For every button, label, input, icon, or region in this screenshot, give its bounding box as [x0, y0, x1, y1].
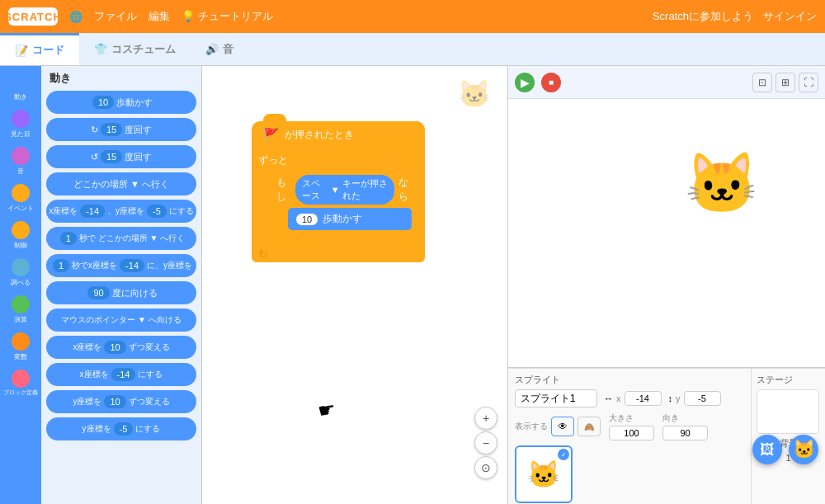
sidebar-item-sound[interactable]: 音	[2, 144, 40, 179]
stop-button[interactable]: ■	[541, 73, 561, 92]
motion-dot	[12, 73, 30, 91]
key-condition[interactable]: スペース ▼ キーが押された	[295, 175, 394, 205]
fullscreen-icon: ⛶	[804, 77, 813, 88]
block-glide-xy[interactable]: 1 秒でx座標を -14 に、y座標を	[46, 254, 196, 277]
eye-closed-icon: 🙈	[584, 422, 594, 431]
sprite-x-coord: ↔ x	[604, 391, 662, 406]
visibility-buttons: 表示する 👁 🙈	[515, 417, 601, 436]
signin-button[interactable]: サインイン	[763, 9, 817, 24]
tab-sound[interactable]: 🔊 音	[191, 33, 248, 65]
fullscreen-button[interactable]: ⛶	[799, 73, 818, 92]
sidebar-item-control[interactable]: 制御	[2, 218, 40, 253]
sprite-y-input[interactable]	[684, 391, 721, 406]
sidebar-item-myblocks[interactable]: ブロック定義	[2, 366, 40, 399]
show-sprite-button[interactable]: 👁	[551, 417, 574, 436]
stop-icon: ■	[549, 78, 554, 87]
edit-menu[interactable]: 編集	[148, 9, 170, 24]
x-arrows-icon: ↔	[604, 393, 613, 403]
stage-canvas: 🐱	[508, 99, 825, 368]
block-change-y[interactable]: y座標を 10 ずつ変える	[46, 390, 196, 413]
sprite-x-input[interactable]	[625, 391, 662, 406]
sprite-panel-title: スプライト	[515, 374, 744, 386]
sound-icon: 🔊	[205, 43, 219, 55]
green-flag-icon: 🚩	[263, 127, 280, 143]
code-icon: 📝	[15, 45, 28, 57]
variables-dot	[12, 332, 30, 351]
sidebar-item-events[interactable]: イベント	[2, 181, 40, 216]
category-sidebar: 動き 見た目 音 イベント 制御 調べる 演算 変数	[0, 66, 41, 504]
script-blocks: 🚩 が押されたとき ずっと もし スペース ▼ キーが押された	[252, 111, 425, 262]
block-set-y[interactable]: y座標を -5 にする	[46, 417, 196, 440]
tutorial-menu[interactable]: 💡 チュートリアル	[182, 9, 273, 24]
stage-thumbnail-preview[interactable]	[757, 389, 819, 434]
normal-stage-icon: ⊞	[781, 77, 790, 88]
nav-right: Scratchに参加しよう サインイン	[653, 9, 817, 24]
normal-stage-button[interactable]: ⊞	[776, 73, 795, 92]
loop-block-forever[interactable]: ずっと もし スペース ▼ キーが押された なら	[252, 148, 425, 244]
move-block-inner[interactable]: 10 歩動かす	[288, 208, 412, 230]
sprite-card-cat[interactable]: 🐱 ✓	[515, 445, 573, 503]
sensing-dot	[12, 258, 30, 276]
file-menu[interactable]: ファイル	[94, 9, 137, 24]
sprite-name-input[interactable]	[515, 389, 597, 407]
add-stage-button[interactable]: 🖼	[752, 435, 782, 464]
block-turn-right[interactable]: ↻ 15 度回す	[46, 118, 196, 141]
script-area[interactable]: 🐱 🚩 が押されたとき ずっと もし スペース	[202, 66, 507, 504]
loop-inner: もし スペース ▼ キーが押された なら 10 歩動かす	[271, 171, 418, 236]
costume-icon: 👕	[94, 43, 107, 55]
operators-dot	[12, 295, 30, 313]
y-arrows-icon: ↕	[668, 393, 673, 403]
block-turn-left[interactable]: ↺ 15 度回す	[46, 145, 196, 168]
hide-sprite-button[interactable]: 🙈	[578, 417, 601, 436]
block-face-toward[interactable]: マウスのポインター ▼ へ向ける	[46, 309, 196, 332]
myblocks-dot	[12, 370, 30, 388]
globe-menu[interactable]: 🌐	[69, 11, 82, 23]
sprite-selected-indicator: ✓	[558, 449, 569, 460]
sprite-thumbnail: 🐱	[527, 459, 560, 490]
small-stage-button[interactable]: ⊡	[752, 73, 772, 92]
zoom-reset-button[interactable]: ⊙	[474, 456, 497, 479]
green-flag-button[interactable]: ▶	[515, 73, 535, 92]
looks-dot	[12, 110, 30, 128]
block-set-xy[interactable]: x座標を -14 、y座標を -5 にする	[46, 200, 196, 223]
stage-resize-buttons: ⊡ ⊞ ⛶	[752, 73, 818, 92]
control-dot	[12, 221, 30, 239]
size-input[interactable]	[609, 426, 654, 440]
sprite-list: スプライト ↔ x ↕ y 表示する	[508, 369, 751, 504]
block-set-direction[interactable]: 90 度に向ける	[46, 281, 196, 304]
block-glide-goto[interactable]: 1 秒で どこかの場所 ▼ へ行く	[46, 227, 196, 250]
zoom-out-button[interactable]: −	[474, 431, 497, 455]
stage-cat-sprite: 🐱	[685, 148, 759, 219]
zoom-in-button[interactable]: +	[474, 407, 497, 430]
tab-costume[interactable]: 👕 コスチューム	[79, 33, 191, 65]
zoom-reset-icon: ⊙	[481, 461, 491, 474]
sprite-card-container: 🐱 ✓ スプライト1	[515, 445, 573, 504]
block-goto[interactable]: どこかの場所 ▼ へ行く	[46, 172, 196, 195]
sidebar-item-looks[interactable]: 見た目	[2, 106, 40, 142]
sound-dot	[12, 147, 30, 165]
join-button[interactable]: Scratchに参加しよう	[653, 9, 753, 24]
stage-panel-title: ステージ	[757, 374, 820, 386]
sidebar-item-sensing[interactable]: 調べる	[2, 255, 40, 290]
if-block[interactable]: もし スペース ▼ キーが押された なら 10 歩動かす	[271, 171, 418, 236]
block-move-steps[interactable]: 10 歩動かす	[46, 91, 196, 114]
scratch-logo[interactable]: SCRATCH	[8, 7, 58, 26]
sidebar-item-variables[interactable]: 変数	[2, 329, 40, 365]
tab-code[interactable]: 📝 コード	[0, 33, 79, 65]
sidebar-item-motion[interactable]: 動き	[2, 69, 40, 105]
block-change-x[interactable]: x座標を 10 ずつ変える	[46, 336, 196, 359]
size-prop: 大きさ	[609, 412, 654, 440]
hat-block-green-flag[interactable]: 🚩 が押されたとき	[252, 121, 425, 148]
add-sprite-button[interactable]: 🐱	[789, 435, 818, 464]
direction-input[interactable]	[662, 426, 708, 440]
add-stage-icon: 🖼	[760, 441, 775, 459]
add-sprite-icon: 🐱	[793, 439, 815, 460]
green-flag-btn-icon: ▶	[521, 76, 530, 89]
direction-prop: 向き	[662, 412, 708, 440]
loop-end-cap: ↻	[252, 244, 425, 262]
sidebar-item-operators[interactable]: 演算	[2, 292, 40, 327]
tab-bar: 📝 コード 👕 コスチューム 🔊 音	[0, 33, 825, 66]
sprite-panel: スプライト ↔ x ↕ y 表示する	[508, 368, 825, 504]
eye-open-icon: 👁	[558, 421, 568, 432]
block-set-x[interactable]: x座標を -14 にする	[46, 363, 196, 386]
